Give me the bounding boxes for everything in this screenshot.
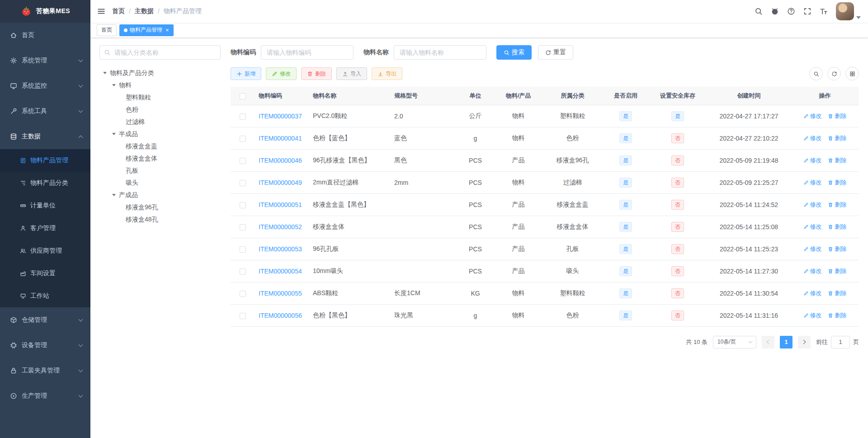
add-button[interactable]: 新增 (231, 67, 261, 80)
reset-button[interactable]: 重置 (538, 45, 573, 60)
material-code-input[interactable] (261, 45, 354, 60)
item-code-link[interactable]: ITEM00000056 (259, 312, 302, 319)
row-checkbox[interactable] (240, 291, 246, 297)
breadcrumb-home[interactable]: 首页 (112, 7, 125, 15)
tree-node-leaf[interactable]: 移液盒盒盖 (99, 140, 221, 152)
category-search-input[interactable] (99, 45, 221, 60)
row-edit-link[interactable]: 修改 (803, 267, 822, 275)
tree-node-leaf[interactable]: 色粉 (99, 104, 221, 116)
tree-node-leaf[interactable]: 移液盒96孔 (99, 201, 221, 213)
hamburger-icon[interactable] (90, 7, 112, 15)
row-delete-link[interactable]: 删除 (828, 245, 846, 253)
sidebar-item-material-product-category[interactable]: 物料产品分类 (0, 172, 90, 194)
toggle-search-button[interactable] (809, 67, 823, 80)
row-delete-link[interactable]: 删除 (828, 223, 846, 231)
tree-node-leaf[interactable]: 塑料颗粒 (99, 91, 221, 104)
edit-button[interactable]: 修改 (266, 67, 297, 80)
sidebar-item-system-monitor[interactable]: 系统监控 (0, 73, 90, 99)
row-edit-link[interactable]: 修改 (803, 156, 822, 165)
tree-node-leaf[interactable]: 孔板 (99, 165, 221, 177)
goto-page-input[interactable] (831, 336, 850, 349)
row-edit-link[interactable]: 修改 (803, 134, 822, 142)
sidebar-item-system-tools[interactable]: 系统工具 (0, 99, 90, 124)
import-button[interactable]: 导入 (336, 67, 367, 80)
tree-node-leaf[interactable]: 过滤棉 (99, 116, 221, 128)
tree-node-leaf[interactable]: 移液盒48孔 (99, 213, 221, 226)
row-edit-link[interactable]: 修改 (803, 179, 822, 187)
tree-node-semi-finished[interactable]: 半成品 (99, 128, 221, 140)
item-code-link[interactable]: ITEM00000041 (259, 135, 302, 142)
row-checkbox[interactable] (240, 313, 246, 319)
item-code-link[interactable]: ITEM00000055 (259, 290, 302, 297)
tree-node-material[interactable]: 物料 (99, 79, 221, 91)
row-delete-link[interactable]: 删除 (828, 267, 846, 275)
row-delete-link[interactable]: 删除 (828, 289, 846, 297)
row-delete-link[interactable]: 删除 (828, 156, 846, 165)
tree-node-leaf[interactable]: 移液盒盒体 (99, 152, 221, 165)
refresh-table-button[interactable] (827, 67, 841, 80)
row-checkbox[interactable] (240, 180, 246, 186)
sidebar-item-customer-management[interactable]: 客户管理 (0, 217, 90, 240)
tree-node-finished[interactable]: 产成品 (99, 189, 221, 201)
header-search-icon[interactable] (755, 7, 763, 15)
sidebar-item-warehouse-management[interactable]: 仓储管理 (0, 307, 90, 333)
row-checkbox[interactable] (240, 202, 246, 208)
row-delete-link[interactable]: 删除 (828, 112, 846, 120)
row-checkbox[interactable] (240, 268, 246, 275)
app-logo[interactable]: 苦糖果MES (0, 0, 90, 23)
select-all-checkbox[interactable] (240, 93, 246, 99)
row-checkbox[interactable] (240, 224, 246, 231)
sidebar-item-home[interactable]: 首页 (0, 23, 90, 48)
row-delete-link[interactable]: 删除 (828, 134, 846, 142)
sidebar-item-production-management[interactable]: 生产管理 (0, 383, 90, 409)
row-checkbox[interactable] (240, 158, 246, 164)
tab-close-icon[interactable]: × (165, 27, 169, 33)
delete-button[interactable]: 删除 (301, 67, 332, 80)
item-code-link[interactable]: ITEM00000046 (259, 157, 302, 164)
user-avatar[interactable] (836, 2, 854, 20)
tree-node-leaf[interactable]: 吸头 (99, 177, 221, 189)
row-delete-link[interactable]: 删除 (828, 179, 846, 187)
search-button[interactable]: 搜索 (496, 45, 532, 60)
sidebar-item-workstation[interactable]: 工作站 (0, 285, 90, 307)
row-delete-link[interactable]: 删除 (828, 311, 846, 320)
sidebar-item-tooling-fixture-management[interactable]: 工装夹具管理 (0, 358, 90, 383)
sidebar-item-workshop-settings[interactable]: 车间设置 (0, 262, 90, 285)
item-code-link[interactable]: ITEM00000054 (259, 268, 302, 275)
tab-home[interactable]: 首页 (97, 24, 117, 36)
sidebar-item-material-product-management[interactable]: 物料产品管理 (0, 149, 90, 172)
prev-page-button[interactable] (762, 336, 774, 349)
row-checkbox[interactable] (240, 113, 246, 120)
row-edit-link[interactable]: 修改 (803, 223, 822, 231)
row-edit-link[interactable]: 修改 (803, 245, 822, 253)
item-code-link[interactable]: ITEM00000052 (259, 223, 302, 231)
user-menu[interactable] (836, 2, 861, 20)
row-checkbox[interactable] (240, 246, 246, 253)
next-page-button[interactable] (798, 336, 811, 349)
row-edit-link[interactable]: 修改 (803, 201, 822, 209)
material-name-input[interactable] (394, 45, 486, 60)
help-icon[interactable] (787, 7, 795, 15)
row-checkbox[interactable] (240, 136, 246, 142)
sidebar-item-measure-unit[interactable]: 计量单位 (0, 194, 90, 217)
row-edit-link[interactable]: 修改 (803, 112, 822, 120)
fullscreen-icon[interactable] (803, 7, 811, 15)
sidebar-item-supplier-management[interactable]: 供应商管理 (0, 240, 90, 262)
sidebar-item-equipment-management[interactable]: 设备管理 (0, 333, 90, 358)
row-edit-link[interactable]: 修改 (803, 311, 822, 320)
page-number-1[interactable]: 1 (780, 336, 793, 349)
tree-node-root[interactable]: 物料及产品分类 (99, 67, 221, 79)
font-size-icon[interactable] (820, 7, 828, 15)
page-size-select[interactable]: 10条/页 (713, 336, 756, 349)
item-code-link[interactable]: ITEM00000053 (259, 245, 302, 253)
item-code-link[interactable]: ITEM00000037 (259, 113, 302, 120)
github-icon[interactable] (771, 7, 779, 15)
row-edit-link[interactable]: 修改 (803, 289, 822, 297)
column-settings-button[interactable] (845, 67, 859, 80)
sidebar-item-master-data[interactable]: 主数据 (0, 124, 90, 149)
sidebar-item-system-management[interactable]: 系统管理 (0, 48, 90, 73)
breadcrumb-master-data[interactable]: 主数据 (135, 7, 154, 15)
tab-material-product-management[interactable]: 物料产品管理 × (119, 24, 174, 36)
item-code-link[interactable]: ITEM00000051 (259, 201, 302, 208)
export-button[interactable]: 导出 (372, 67, 402, 80)
